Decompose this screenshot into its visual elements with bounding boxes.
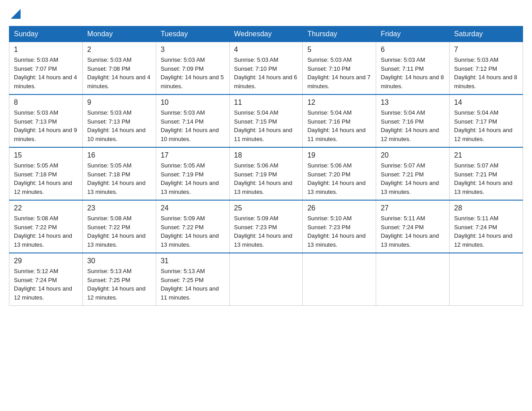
calendar-day-cell: 12 Sunrise: 5:04 AM Sunset: 7:16 PM Dayl… [303, 94, 376, 147]
calendar-day-cell [450, 253, 523, 306]
calendar-day-cell: 21 Sunrise: 5:07 AM Sunset: 7:21 PM Dayl… [450, 147, 523, 200]
day-info: Sunrise: 5:04 AM Sunset: 7:16 PM Dayligh… [381, 108, 445, 143]
day-info: Sunrise: 5:03 AM Sunset: 7:07 PM Dayligh… [14, 56, 78, 90]
day-info: Sunrise: 5:11 AM Sunset: 7:24 PM Dayligh… [454, 214, 518, 249]
day-number: 4 [234, 46, 298, 54]
day-number: 6 [381, 46, 445, 54]
calendar-day-cell: 24 Sunrise: 5:09 AM Sunset: 7:22 PM Dayl… [156, 200, 229, 253]
day-number: 9 [87, 98, 151, 107]
day-number: 27 [381, 204, 445, 212]
calendar-day-cell: 9 Sunrise: 5:03 AM Sunset: 7:13 PM Dayli… [82, 94, 156, 147]
calendar-day-header: Monday [82, 26, 156, 42]
day-number: 18 [234, 151, 298, 159]
day-number: 16 [87, 151, 151, 159]
day-info: Sunrise: 5:07 AM Sunset: 7:21 PM Dayligh… [454, 161, 518, 196]
day-info: Sunrise: 5:03 AM Sunset: 7:11 PM Dayligh… [381, 56, 445, 90]
day-info: Sunrise: 5:03 AM Sunset: 7:08 PM Dayligh… [87, 56, 151, 90]
day-info: Sunrise: 5:03 AM Sunset: 7:10 PM Dayligh… [234, 56, 298, 90]
day-number: 20 [381, 151, 445, 159]
calendar-day-header: Friday [376, 26, 450, 42]
day-number: 3 [161, 46, 225, 54]
day-number: 2 [87, 46, 151, 54]
day-number: 22 [14, 204, 78, 212]
logo [9, 9, 21, 19]
day-info: Sunrise: 5:04 AM Sunset: 7:15 PM Dayligh… [234, 108, 298, 143]
calendar-day-cell: 11 Sunrise: 5:04 AM Sunset: 7:15 PM Dayl… [229, 94, 303, 147]
calendar-week-row: 1 Sunrise: 5:03 AM Sunset: 7:07 PM Dayli… [9, 42, 523, 95]
calendar-week-row: 8 Sunrise: 5:03 AM Sunset: 7:13 PM Dayli… [9, 94, 523, 147]
day-info: Sunrise: 5:03 AM Sunset: 7:10 PM Dayligh… [307, 56, 371, 90]
day-number: 28 [454, 204, 518, 212]
day-number: 13 [381, 98, 445, 107]
day-info: Sunrise: 5:09 AM Sunset: 7:22 PM Dayligh… [161, 214, 225, 249]
calendar-day-cell: 13 Sunrise: 5:04 AM Sunset: 7:16 PM Dayl… [376, 94, 450, 147]
day-number: 26 [307, 204, 371, 212]
day-info: Sunrise: 5:03 AM Sunset: 7:12 PM Dayligh… [454, 56, 518, 90]
calendar-header-row: SundayMondayTuesdayWednesdayThursdayFrid… [9, 26, 523, 42]
day-info: Sunrise: 5:05 AM Sunset: 7:18 PM Dayligh… [87, 161, 151, 196]
svg-marker-0 [11, 9, 21, 19]
day-number: 7 [454, 46, 518, 54]
calendar-day-cell: 15 Sunrise: 5:05 AM Sunset: 7:18 PM Dayl… [9, 147, 83, 200]
header [9, 9, 523, 19]
day-info: Sunrise: 5:11 AM Sunset: 7:24 PM Dayligh… [381, 214, 445, 249]
day-info: Sunrise: 5:06 AM Sunset: 7:19 PM Dayligh… [234, 161, 298, 196]
day-info: Sunrise: 5:03 AM Sunset: 7:13 PM Dayligh… [14, 108, 78, 143]
calendar-day-cell: 28 Sunrise: 5:11 AM Sunset: 7:24 PM Dayl… [450, 200, 523, 253]
day-info: Sunrise: 5:05 AM Sunset: 7:18 PM Dayligh… [14, 161, 78, 196]
calendar-day-cell: 26 Sunrise: 5:10 AM Sunset: 7:23 PM Dayl… [303, 200, 376, 253]
calendar-day-cell: 31 Sunrise: 5:13 AM Sunset: 7:25 PM Dayl… [156, 253, 229, 306]
day-number: 12 [307, 98, 371, 107]
day-number: 15 [14, 151, 78, 159]
calendar-day-cell: 23 Sunrise: 5:08 AM Sunset: 7:22 PM Dayl… [82, 200, 156, 253]
calendar-day-cell [303, 253, 376, 306]
day-info: Sunrise: 5:06 AM Sunset: 7:20 PM Dayligh… [307, 161, 371, 196]
calendar-day-cell: 16 Sunrise: 5:05 AM Sunset: 7:18 PM Dayl… [82, 147, 156, 200]
day-number: 11 [234, 98, 298, 107]
day-info: Sunrise: 5:03 AM Sunset: 7:13 PM Dayligh… [87, 108, 151, 143]
day-info: Sunrise: 5:13 AM Sunset: 7:25 PM Dayligh… [87, 267, 151, 302]
day-number: 31 [161, 257, 225, 265]
calendar-day-cell: 19 Sunrise: 5:06 AM Sunset: 7:20 PM Dayl… [303, 147, 376, 200]
calendar-day-cell: 30 Sunrise: 5:13 AM Sunset: 7:25 PM Dayl… [82, 253, 156, 306]
day-number: 19 [307, 151, 371, 159]
day-info: Sunrise: 5:12 AM Sunset: 7:24 PM Dayligh… [14, 267, 78, 302]
day-info: Sunrise: 5:08 AM Sunset: 7:22 PM Dayligh… [87, 214, 151, 249]
day-number: 25 [234, 204, 298, 212]
calendar-day-cell: 27 Sunrise: 5:11 AM Sunset: 7:24 PM Dayl… [376, 200, 450, 253]
calendar-day-cell: 20 Sunrise: 5:07 AM Sunset: 7:21 PM Dayl… [376, 147, 450, 200]
calendar-day-cell: 6 Sunrise: 5:03 AM Sunset: 7:11 PM Dayli… [376, 42, 450, 95]
day-info: Sunrise: 5:04 AM Sunset: 7:16 PM Dayligh… [307, 108, 371, 143]
day-info: Sunrise: 5:07 AM Sunset: 7:21 PM Dayligh… [381, 161, 445, 196]
day-info: Sunrise: 5:05 AM Sunset: 7:19 PM Dayligh… [161, 161, 225, 196]
calendar-day-cell: 7 Sunrise: 5:03 AM Sunset: 7:12 PM Dayli… [450, 42, 523, 95]
day-number: 21 [454, 151, 518, 159]
day-info: Sunrise: 5:03 AM Sunset: 7:14 PM Dayligh… [161, 108, 225, 143]
calendar-day-cell: 18 Sunrise: 5:06 AM Sunset: 7:19 PM Dayl… [229, 147, 303, 200]
day-info: Sunrise: 5:13 AM Sunset: 7:25 PM Dayligh… [161, 267, 225, 302]
calendar-day-cell: 3 Sunrise: 5:03 AM Sunset: 7:09 PM Dayli… [156, 42, 229, 95]
day-number: 1 [14, 46, 78, 54]
day-number: 24 [161, 204, 225, 212]
day-number: 23 [87, 204, 151, 212]
day-number: 30 [87, 257, 151, 265]
day-info: Sunrise: 5:03 AM Sunset: 7:09 PM Dayligh… [161, 56, 225, 90]
calendar-day-cell: 1 Sunrise: 5:03 AM Sunset: 7:07 PM Dayli… [9, 42, 83, 95]
calendar-day-cell: 14 Sunrise: 5:04 AM Sunset: 7:17 PM Dayl… [450, 94, 523, 147]
calendar-day-cell [229, 253, 303, 306]
day-number: 29 [14, 257, 78, 265]
calendar-day-cell: 2 Sunrise: 5:03 AM Sunset: 7:08 PM Dayli… [82, 42, 156, 95]
day-number: 10 [161, 98, 225, 107]
day-number: 5 [307, 46, 371, 54]
calendar-day-header: Saturday [450, 26, 523, 42]
logo-triangle-icon [11, 9, 21, 19]
calendar-week-row: 22 Sunrise: 5:08 AM Sunset: 7:22 PM Dayl… [9, 200, 523, 253]
calendar-day-cell: 10 Sunrise: 5:03 AM Sunset: 7:14 PM Dayl… [156, 94, 229, 147]
calendar-day-cell: 4 Sunrise: 5:03 AM Sunset: 7:10 PM Dayli… [229, 42, 303, 95]
calendar-day-cell: 17 Sunrise: 5:05 AM Sunset: 7:19 PM Dayl… [156, 147, 229, 200]
day-number: 14 [454, 98, 518, 107]
calendar-day-cell: 25 Sunrise: 5:09 AM Sunset: 7:23 PM Dayl… [229, 200, 303, 253]
calendar-table: SundayMondayTuesdayWednesdayThursdayFrid… [9, 26, 523, 306]
calendar-day-cell: 22 Sunrise: 5:08 AM Sunset: 7:22 PM Dayl… [9, 200, 83, 253]
day-number: 8 [14, 98, 78, 107]
